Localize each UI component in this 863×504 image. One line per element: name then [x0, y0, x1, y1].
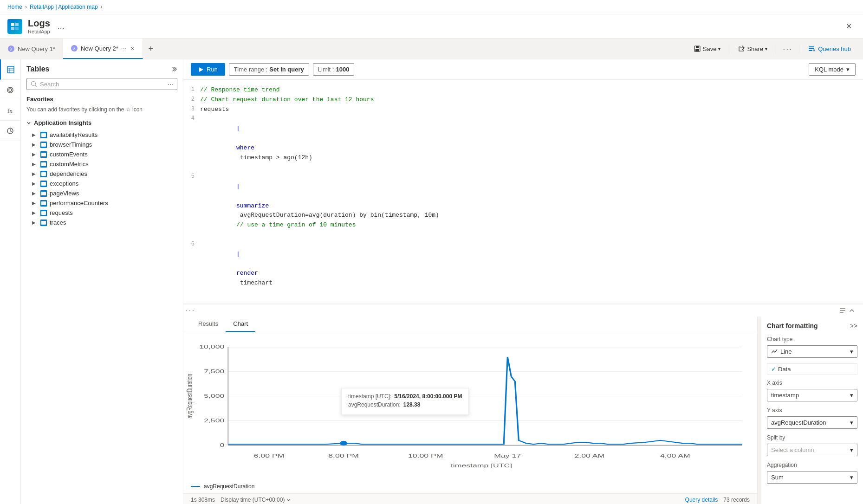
x-axis-value: timestamp [771, 392, 799, 399]
y-axis-chevron: ▾ [850, 419, 853, 426]
time-range-button[interactable]: Time range : Set in query [229, 63, 309, 76]
table-item-custom-metrics[interactable]: ▶ customMetrics [26, 159, 177, 169]
toolbar-separator-2 [776, 44, 776, 53]
query-details-link[interactable]: Query details [685, 497, 718, 503]
table-name-page-views: pageViews [50, 190, 79, 197]
toolbar-separator-1 [729, 44, 729, 53]
query-toolbar: Run Time range : Set in query Limit : 10… [183, 59, 863, 80]
table-icon [40, 142, 47, 148]
add-tab-button[interactable]: + [143, 40, 159, 58]
tab-new-query-1[interactable]: λ New Query 1* [0, 39, 63, 59]
code-line-1: 1 // Response time trend [183, 85, 863, 95]
search-ellipsis[interactable]: ··· [168, 80, 173, 88]
breadcrumb-home[interactable]: Home [7, 4, 22, 10]
breadcrumb-app[interactable]: RetailApp | Application map [30, 4, 98, 10]
x-axis-dropdown[interactable]: timestamp ▾ [767, 389, 857, 401]
table-item-browser[interactable]: ▶ browserTimings [26, 140, 177, 149]
tab-2-close[interactable]: ✕ [130, 45, 135, 52]
app-insights-section-header[interactable]: Application Insights [26, 119, 177, 126]
tab-2-ellipsis[interactable]: ··· [121, 45, 127, 52]
split-by-placeholder: Select a column [771, 446, 814, 453]
table-icon [40, 171, 47, 177]
tab-new-query-2[interactable]: λ New Query 2* ··· ✕ [63, 39, 143, 59]
table-icon [40, 151, 47, 158]
limit-label: Limit : [318, 66, 334, 73]
queries-hub-icon [808, 45, 815, 52]
svg-text:4:00 AM: 4:00 AM [660, 452, 690, 458]
chart-line [228, 356, 742, 444]
panel-title: Chart formatting [767, 322, 818, 330]
search-input[interactable] [40, 81, 165, 88]
divider-more-icon[interactable]: ··· [185, 306, 195, 315]
run-icon [198, 67, 204, 72]
x-axis-label: X axis [767, 380, 857, 386]
align-icon[interactable] [839, 307, 846, 314]
scroll-track[interactable] [757, 317, 761, 504]
data-section-header[interactable]: ✓ Data [767, 363, 857, 375]
code-line-3: 3 requests [183, 105, 863, 115]
chart-type-chevron: ▾ [850, 348, 853, 355]
line-num-2: 2 [183, 95, 200, 104]
table-expand-icon: ▶ [32, 171, 38, 176]
aggregation-value: Sum [771, 474, 784, 481]
filter-icon-btn[interactable] [0, 80, 20, 100]
status-duration: 1s 308ms [191, 497, 215, 503]
history-icon-btn[interactable] [0, 121, 20, 141]
x-axis-chevron: ▾ [850, 392, 853, 399]
kql-mode-label: KQL mode [815, 66, 844, 73]
app-header-ellipsis[interactable]: ... [56, 21, 66, 31]
display-time-group[interactable]: Display time (UTC+00:00) [221, 497, 291, 503]
chart-type-dropdown[interactable]: Line ▾ [767, 345, 857, 358]
split-by-label: Split by [767, 434, 857, 441]
svg-marker-24 [199, 67, 203, 72]
collapse-result-icon[interactable] [848, 307, 856, 314]
run-button[interactable]: Run [191, 63, 225, 76]
limit-button[interactable]: Limit : 1000 [313, 63, 355, 76]
table-item-page-views[interactable]: ▶ pageViews [26, 188, 177, 198]
table-item-requests[interactable]: ▶ requests [26, 208, 177, 218]
table-item-perf-counters[interactable]: ▶ performanceCounters [26, 198, 177, 208]
table-expand-icon: ▶ [32, 142, 38, 147]
tab-label-1: New Query 1* [18, 45, 55, 52]
split-by-dropdown[interactable]: Select a column ▾ [767, 444, 857, 456]
queries-hub-button[interactable]: Queries hub [803, 43, 856, 54]
save-button[interactable]: Save ▾ [689, 43, 726, 54]
panel-header: Chart formatting >> [767, 322, 857, 330]
functions-icon-btn[interactable]: fx [0, 100, 20, 121]
app-close-button[interactable]: ✕ [842, 20, 856, 32]
svg-text:avgRequestDuration: avgRequestDuration [186, 374, 194, 418]
table-item-exceptions[interactable]: ▶ exceptions [26, 179, 177, 188]
code-line-4: 4 | where timestamp > ago(12h) [183, 114, 863, 172]
table-name-custom-events: customEvents [50, 151, 88, 158]
chart-tooltip: timestamp [UTC]: 5/16/2024, 8:00:00.000 … [341, 388, 469, 415]
table-icon [40, 220, 47, 226]
table-item-dependencies[interactable]: ▶ dependencies [26, 169, 177, 179]
share-button[interactable]: Share ▾ [733, 43, 772, 54]
table-item-traces[interactable]: ▶ traces [26, 218, 177, 227]
table-item-custom-events[interactable]: ▶ customEvents [26, 149, 177, 159]
chart-legend: avgRequestDuration [183, 479, 757, 493]
status-bar: 1s 308ms Display time (UTC+00:00) Query … [183, 493, 757, 504]
y-axis-label: Y axis [767, 407, 857, 414]
panel-collapse-button[interactable]: >> [850, 322, 857, 330]
chart-tab[interactable]: Chart [226, 317, 255, 332]
svg-text:0: 0 [220, 441, 224, 447]
collapse-sidebar-icon[interactable] [170, 65, 177, 73]
y-axis-dropdown[interactable]: avgRequestDuration ▾ [767, 416, 857, 429]
table-icon [40, 132, 47, 138]
line-content-4: | where timestamp > ago(12h) [200, 114, 863, 172]
kql-mode-button[interactable]: KQL mode ▾ [809, 63, 856, 76]
aggregation-label: Aggregation [767, 462, 857, 468]
svg-text:λ: λ [73, 46, 76, 51]
svg-text:5,000: 5,000 [204, 392, 224, 398]
table-item-availability[interactable]: ▶ availabilityResults [26, 130, 177, 140]
tables-icon-btn[interactable] [0, 59, 20, 80]
line-content-1: // Response time trend [200, 85, 863, 95]
results-tab[interactable]: Results [191, 317, 226, 332]
app-logo-icon [7, 19, 22, 34]
code-editor[interactable]: 1 // Response time trend 2 // Chart requ… [183, 80, 863, 304]
aggregation-dropdown[interactable]: Sum ▾ [767, 471, 857, 484]
toolbar-more-options[interactable]: ··· [780, 43, 795, 55]
table-expand-icon: ▶ [32, 191, 38, 196]
svg-rect-10 [695, 49, 699, 52]
